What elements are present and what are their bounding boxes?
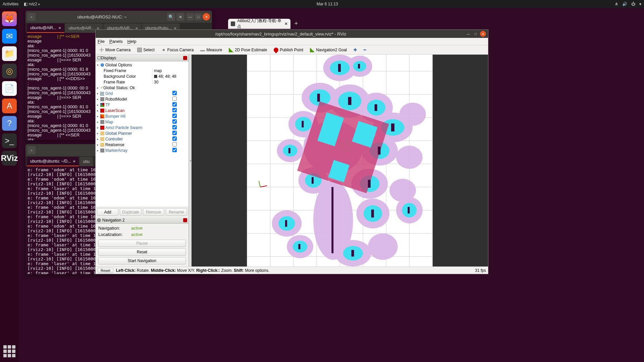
close-button[interactable]: ✕ [203,13,210,20]
tree-item[interactable]: Map [105,120,152,124]
tree-item[interactable]: RobotModel [105,97,152,102]
expand-icon[interactable]: ▸ [97,149,100,152]
tree-item[interactable]: Global Options [105,63,152,67]
new-tab-icon[interactable]: ▫ [28,146,36,154]
rviz-titlebar[interactable]: /opt/ros/foxy/share/nav2_bringup/rviz/na… [96,30,488,38]
close-icon[interactable]: ✕ [73,160,75,163]
close-icon[interactable]: ✕ [284,21,288,26]
display-checkbox[interactable] [172,114,177,118]
network-icon[interactable]: ⋔ [615,2,618,6]
expand-icon[interactable]: ▸ [97,92,100,95]
add-tool-button[interactable]: ✚ [351,47,359,53]
splitter-handle[interactable]: ◂ [189,55,192,266]
display-checkbox[interactable] [172,102,177,107]
tree-item[interactable]: Controller [105,137,152,141]
add-button[interactable]: Add [97,208,118,216]
menu-file[interactable]: File [98,39,105,44]
sound-icon[interactable]: 🔊 [622,2,627,6]
reset-view-button[interactable]: Reset [98,268,113,273]
tree-item[interactable]: Background Color [104,74,152,79]
minimize-button[interactable]: — [465,31,471,37]
tree-item[interactable]: Global Planner [105,131,152,136]
navigation2-goal-tool[interactable]: Navigation2 Goal [308,47,349,53]
clock[interactable]: Mar 6 11:13 [40,2,615,6]
browser-tab[interactable]: Ailibot2入门教程-导航-单点 ✕ [228,19,290,29]
menu-panels[interactable]: Panels [109,39,123,44]
menu-help[interactable]: Help [127,39,137,44]
minimize-button[interactable]: — [186,13,194,20]
new-tab-button[interactable]: + [292,20,300,27]
tree-value[interactable]: map [152,68,189,73]
display-checkbox[interactable] [172,125,177,129]
display-checkbox[interactable] [172,148,177,152]
firefox-icon[interactable]: 🦊 [2,11,17,26]
hamburger-icon[interactable]: ≡ [176,13,184,21]
rviz-3d-view[interactable] [192,55,488,266]
tree-item[interactable]: Grid [105,91,152,96]
2d-pose-estimate-tool[interactable]: 2D Pose Estimate [226,47,269,53]
ubuntu-software-icon[interactable]: A [2,99,17,113]
tree-item[interactable]: Frame Rate [104,80,152,84]
show-applications-icon[interactable] [2,344,17,359]
panel-close-icon[interactable] [183,56,187,60]
expand-icon[interactable]: ▸ [97,132,100,135]
expand-icon[interactable]: ▾ [97,63,100,67]
expand-icon[interactable]: ▸ [97,126,100,129]
select-tool[interactable]: Select [135,47,157,53]
tree-value[interactable]: 30 [152,80,189,84]
terminal-tab[interactable]: ubuntu@ubuntu: ~/D...✕ [27,157,79,166]
thunderbird-icon[interactable]: ✉ [2,29,17,44]
display-checkbox[interactable] [172,97,177,101]
display-checkbox[interactable] [172,142,177,146]
display-checkbox[interactable] [172,119,177,124]
nav2-panel-header[interactable]: Navigation 2 [96,217,189,224]
expand-icon[interactable]: ▸ [97,109,100,112]
measure-tool[interactable]: Measure [198,47,224,53]
remove-tool-button[interactable]: ━ [361,47,368,53]
expand-icon[interactable]: ▸ [97,115,100,118]
maximize-button[interactable]: □ [473,31,479,37]
tree-item[interactable]: Fixed Frame [104,68,152,73]
move-camera-tool[interactable]: Move Camera [97,47,133,53]
app-menu[interactable]: ◧ rviz2 [24,2,40,6]
expand-icon[interactable]: ▸ [97,98,100,101]
search-icon[interactable]: 🔍 [167,13,175,21]
terminal-tab[interactable]: ubuntu@AiR...✕ [27,23,64,33]
reset-button[interactable]: Reset [98,248,186,256]
files-icon[interactable]: 📁 [2,46,17,61]
rhythmbox-icon[interactable]: ◎ [2,64,17,78]
start-navigation-button[interactable]: Start Navigation [98,257,186,264]
terminal-titlebar[interactable]: ▫ ubuntu@AiROS2-NUC: ~ 🔍 ≡ — □ ✕ [25,11,212,23]
new-tab-icon[interactable]: ▫ [28,13,36,21]
tree-item[interactable]: TF [105,103,152,107]
expand-icon[interactable]: ▸ [97,137,100,141]
tree-item[interactable]: MarkerArray [105,148,152,153]
close-button[interactable]: ✕ [480,31,486,37]
tree-value[interactable]: 48; 48; 48 [152,74,189,79]
writer-icon[interactable]: 📄 [2,81,17,96]
expand-icon[interactable]: ▸ [97,86,100,89]
tree-item[interactable]: Global Status: Ok [103,85,152,90]
expand-icon[interactable]: ▸ [97,143,100,146]
display-checkbox[interactable] [172,136,177,141]
expand-icon[interactable]: ▸ [97,103,100,107]
tree-item[interactable]: Realsense [105,142,152,147]
publish-point-tool[interactable]: Publish Point [271,47,306,53]
maximize-button[interactable]: □ [195,13,202,20]
tree-item[interactable]: Amcl Particle Swarm [105,125,152,130]
system-menu-caret[interactable]: ▾ [639,2,641,6]
close-icon[interactable]: ✕ [58,26,61,30]
tree-item[interactable]: LaserScan [105,108,152,113]
help-icon[interactable]: ? [2,116,17,131]
displays-panel-header[interactable]: 🖵 Displays [96,55,189,61]
activities-button[interactable]: Activities [3,2,18,6]
terminal-icon[interactable]: >_ [2,133,17,148]
displays-tree[interactable]: ▾Global Options Fixed Framemap Backgroun… [96,61,189,207]
terminal-tab[interactable]: ubu [79,157,93,166]
tree-item[interactable]: Bumper Hit [105,114,152,119]
panel-close-icon[interactable] [183,218,187,222]
display-checkbox[interactable] [172,108,177,112]
power-icon[interactable]: ⏻ [631,2,635,6]
focus-camera-tool[interactable]: Focus Camera [159,47,196,53]
rviz-icon[interactable]: RViz [2,151,17,166]
